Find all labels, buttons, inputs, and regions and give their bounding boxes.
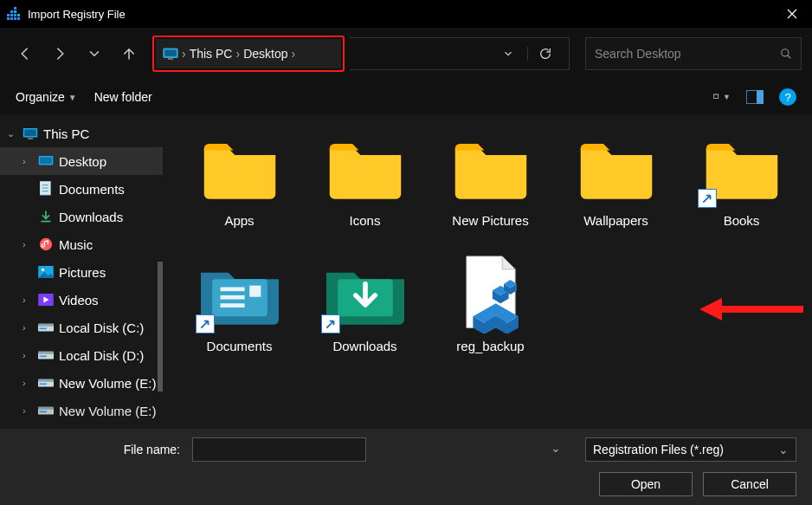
window-title: Import Registry File [28, 8, 772, 21]
expand-icon[interactable]: › [23, 378, 33, 388]
preview-pane-button[interactable] [746, 88, 764, 106]
tree-item-desktop[interactable]: › Desktop [0, 147, 163, 175]
drive-icon [38, 320, 54, 335]
svg-rect-0 [7, 14, 10, 16]
svg-rect-18 [757, 90, 764, 104]
search-icon [780, 48, 792, 60]
filetype-select[interactable]: Registration Files (*.reg) ⌄ [585, 437, 796, 462]
file-label: New Pictures [452, 213, 528, 228]
tree-item-downloads[interactable]: Downloads [0, 203, 163, 230]
chevron-right-icon: › [182, 47, 186, 61]
breadcrumb[interactable]: › This PC › Desktop › [156, 39, 341, 68]
drive-icon [38, 403, 54, 418]
expand-icon[interactable]: › [23, 156, 33, 166]
svg-rect-45 [249, 286, 261, 297]
folder-item-books[interactable]: Books [679, 128, 804, 254]
expand-icon[interactable]: › [23, 405, 33, 416]
tree-item-videos[interactable]: › Videos [0, 286, 163, 314]
reg-file-icon [452, 254, 530, 333]
new-folder-button[interactable]: New folder [94, 90, 152, 104]
view-options-button[interactable]: ▼ [713, 88, 731, 106]
registry-app-icon [7, 7, 21, 21]
svg-rect-37 [40, 383, 47, 385]
command-toolbar: Organize ▼ New folder ▼ ? [0, 80, 812, 114]
folder-item-wallpapers[interactable]: Wallpapers [553, 128, 679, 254]
svg-rect-5 [10, 17, 13, 20]
tree-item-new-volume-e2[interactable]: › New Volume (E:) [0, 397, 163, 424]
svg-rect-4 [7, 17, 10, 20]
folder-item-newpictures[interactable]: New Pictures [428, 128, 553, 254]
file-label: Downloads [332, 339, 396, 353]
tree-item-pictures[interactable]: Pictures [0, 258, 163, 286]
filename-label: File name: [16, 443, 185, 456]
expand-icon[interactable]: › [23, 350, 33, 360]
refresh-button[interactable] [527, 47, 562, 61]
folder-item-apps[interactable]: Apps [177, 128, 302, 254]
expand-icon[interactable]: › [23, 322, 33, 333]
svg-rect-33 [38, 351, 54, 353]
tree-item-local-disk-c[interactable]: › Local Disk (C:) [0, 314, 163, 341]
library-item-downloads[interactable]: Downloads [302, 254, 428, 379]
this-pc-icon [23, 126, 38, 141]
address-bar-rest[interactable] [350, 37, 570, 70]
file-label: Books [724, 213, 760, 228]
svg-rect-23 [40, 158, 52, 165]
svg-rect-30 [38, 323, 54, 326]
collapse-icon[interactable]: ⌄ [7, 128, 17, 139]
shortcut-overlay-icon [196, 314, 215, 333]
svg-rect-21 [28, 138, 33, 139]
chevron-right-icon: › [292, 47, 296, 61]
downloads-icon [38, 209, 54, 224]
annotation-arrow [699, 296, 803, 322]
forward-button[interactable] [45, 38, 74, 69]
close-button[interactable] [772, 0, 812, 28]
svg-rect-40 [40, 411, 47, 412]
chevron-right-icon: › [235, 47, 240, 61]
history-dropdown-icon[interactable] [494, 48, 522, 60]
svg-rect-13 [168, 58, 173, 60]
folder-icon [326, 135, 404, 201]
tree-item-documents[interactable]: Documents [0, 175, 163, 203]
svg-rect-42 [220, 288, 244, 292]
music-icon [38, 236, 54, 252]
help-button[interactable]: ? [779, 88, 796, 106]
svg-rect-34 [40, 355, 47, 357]
breadcrumb-seg-thispc[interactable]: This PC [190, 47, 233, 61]
filename-input[interactable] [192, 437, 366, 462]
library-item-documents[interactable]: Documents [177, 254, 302, 379]
folder-item-icons[interactable]: Icons [302, 128, 428, 254]
svg-rect-44 [220, 303, 244, 308]
main-area: ⌄ This PC › Desktop Documents Downloads … [0, 114, 812, 435]
organize-button[interactable]: Organize ▼ [16, 90, 77, 104]
cancel-button[interactable]: Cancel [703, 472, 796, 496]
search-input[interactable]: Search Desktop [585, 37, 802, 70]
file-item-reg-backup[interactable]: reg_backup [428, 254, 553, 379]
folder-icon [201, 135, 279, 201]
search-placeholder: Search Desktop [595, 47, 780, 61]
up-button[interactable] [114, 38, 144, 69]
svg-rect-8 [10, 10, 13, 13]
documents-icon [38, 181, 54, 197]
svg-rect-12 [164, 50, 177, 57]
svg-point-14 [782, 49, 789, 56]
breadcrumb-seg-desktop[interactable]: Desktop [243, 47, 287, 61]
svg-point-27 [42, 269, 45, 272]
file-label: Icons [350, 213, 381, 228]
svg-rect-31 [40, 327, 47, 329]
svg-rect-9 [14, 10, 16, 13]
tree-item-local-disk-d[interactable]: › Local Disk (D:) [0, 341, 163, 369]
expand-icon[interactable]: › [23, 239, 33, 249]
back-button[interactable] [10, 38, 40, 69]
recent-locations-button[interactable] [80, 38, 109, 69]
svg-rect-10 [14, 7, 16, 10]
dropdown-caret-icon: ▼ [68, 93, 77, 102]
tree-item-new-volume-e[interactable]: › New Volume (E:) [0, 369, 163, 397]
expand-icon[interactable]: › [23, 295, 33, 305]
folder-icon [577, 135, 655, 201]
svg-marker-48 [699, 298, 722, 320]
tree-item-music[interactable]: › Music [0, 230, 163, 258]
open-button[interactable]: Open [599, 472, 693, 496]
drive-icon [38, 347, 54, 363]
file-label: Apps [224, 213, 254, 228]
tree-root-thispc[interactable]: ⌄ This PC [0, 120, 163, 147]
